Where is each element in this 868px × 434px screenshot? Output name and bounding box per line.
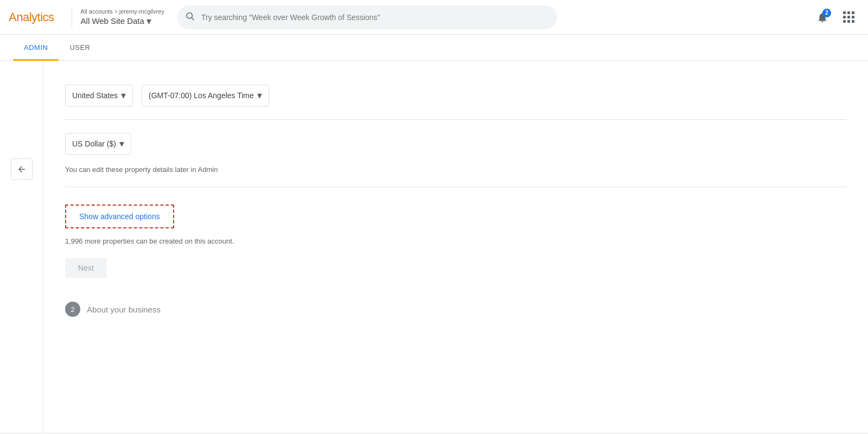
location-section: United States ▾ (GMT-07:00) Los Angeles … — [65, 72, 846, 120]
currency-dropdown-arrow: ▾ — [119, 138, 124, 150]
apps-button[interactable] — [838, 7, 859, 28]
tab-user[interactable]: USER — [59, 35, 101, 61]
property-edit-note: You can edit these property details late… — [65, 159, 846, 178]
apps-grid-icon — [843, 11, 854, 23]
currency-row: US Dollar ($) ▾ — [65, 129, 846, 159]
properties-count-text: 1,996 more properties can be created on … — [65, 237, 846, 245]
tabs-bar: ADMIN USER — [0, 35, 868, 61]
step-2-label: About your business — [87, 305, 161, 314]
search-bar-container — [177, 5, 557, 29]
header-divider — [72, 8, 72, 27]
country-dropdown[interactable]: United States ▾ — [65, 85, 133, 106]
property-selector[interactable]: All Web Site Data ▾ — [81, 15, 164, 27]
breadcrumb: All accounts › jeremy-mcgilvrey — [81, 8, 164, 15]
next-button[interactable]: Next — [65, 258, 107, 278]
notification-badge: 2 — [822, 9, 831, 17]
header-actions: 2 — [812, 7, 859, 28]
country-dropdown-arrow: ▾ — [121, 90, 126, 101]
app-logo: Analytics — [9, 10, 54, 24]
svg-point-0 — [187, 12, 193, 18]
step-2-row: 2 About your business — [65, 302, 846, 317]
step-2-circle: 2 — [65, 302, 80, 317]
content-area: United States ▾ (GMT-07:00) Los Angeles … — [43, 61, 868, 433]
svg-line-1 — [192, 17, 194, 20]
back-button[interactable] — [11, 158, 33, 180]
advanced-options-link[interactable]: Show advanced options — [79, 212, 160, 221]
currency-dropdown[interactable]: US Dollar ($) ▾ — [65, 133, 131, 155]
notifications-button[interactable]: 2 — [812, 7, 833, 28]
main-layout: United States ▾ (GMT-07:00) Los Angeles … — [0, 61, 868, 433]
timezone-dropdown-arrow: ▾ — [257, 90, 262, 101]
tab-admin[interactable]: ADMIN — [13, 35, 59, 61]
account-selector[interactable]: All accounts › jeremy-mcgilvrey All Web … — [81, 8, 164, 27]
sidebar-left — [0, 61, 43, 433]
property-dropdown-arrow: ▾ — [146, 15, 151, 27]
timezone-dropdown[interactable]: (GMT-07:00) Los Angeles Time ▾ — [142, 85, 269, 106]
breadcrumb-chevron: › — [115, 8, 117, 15]
app-header: Analytics All accounts › jeremy-mcgilvre… — [0, 0, 868, 35]
currency-section: US Dollar ($) ▾ You can edit these prope… — [65, 120, 846, 187]
advanced-options-box[interactable]: Show advanced options — [65, 205, 174, 228]
search-input[interactable] — [177, 5, 557, 29]
search-icon — [185, 11, 195, 23]
country-timezone-row: United States ▾ (GMT-07:00) Los Angeles … — [65, 80, 846, 111]
